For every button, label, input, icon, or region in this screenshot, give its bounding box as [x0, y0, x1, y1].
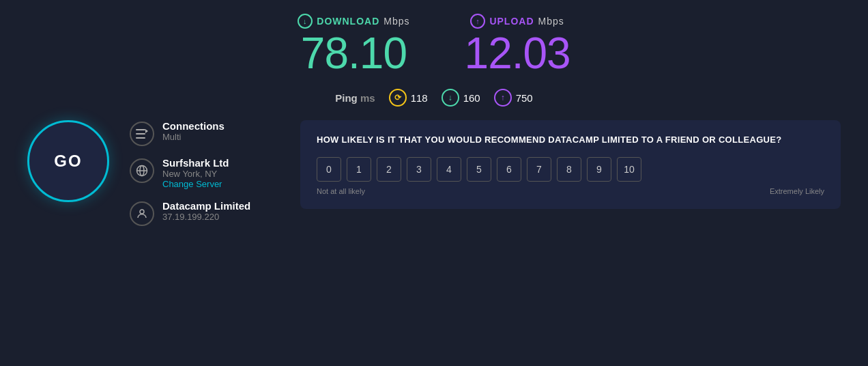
survey-number-6[interactable]: 6 — [497, 157, 521, 182]
isp-row: Surfshark Ltd New York, NY Change Server — [130, 157, 266, 189]
connections-details: Connections Multi — [162, 120, 225, 142]
ping-download: ↓ 160 — [442, 89, 480, 107]
survey-label-left: Not at all likely — [317, 187, 365, 195]
svg-point-7 — [140, 210, 144, 214]
bottom-area: GO Connections Multi — [27, 120, 841, 226]
ping-label: Ping ms — [335, 92, 375, 104]
connections-row: Connections Multi — [130, 120, 266, 146]
survey-number-3[interactable]: 3 — [407, 157, 431, 182]
go-button-wrapper: GO — [27, 120, 109, 202]
host-icon — [130, 201, 154, 226]
download-metric: ↓ DOWNLOAD Mbps 78.10 — [298, 14, 409, 75]
change-server-link[interactable]: Change Server — [162, 179, 229, 189]
ping-upload-icon: ↑ — [494, 89, 512, 107]
host-row: Datacamp Limited 37.19.199.220 — [130, 200, 266, 226]
svg-marker-3 — [145, 129, 148, 133]
upload-arrow-icon: ↑ — [470, 14, 485, 29]
survey-number-0[interactable]: 0 — [317, 157, 341, 182]
host-name: Datacamp Limited — [162, 200, 250, 212]
ping-row: Ping ms ⟳ 118 ↓ 160 ↑ 750 — [27, 89, 841, 107]
download-label: ↓ DOWNLOAD Mbps — [298, 14, 409, 29]
ping-download-icon: ↓ — [442, 89, 459, 107]
ping-upload: ↑ 750 — [494, 89, 533, 107]
survey-numbers: 012345678910 — [317, 157, 824, 182]
survey-number-7[interactable]: 7 — [527, 157, 551, 182]
download-text: DOWNLOAD — [317, 16, 379, 27]
survey-panel: HOW LIKELY IS IT THAT YOU WOULD RECOMMEN… — [300, 120, 841, 209]
survey-number-2[interactable]: 2 — [377, 157, 401, 182]
survey-number-4[interactable]: 4 — [437, 157, 461, 182]
server-info: Connections Multi Surfshark Ltd New York… — [130, 120, 266, 226]
survey-labels: Not at all likely Extremely Likely — [317, 187, 824, 195]
connections-value: Multi — [162, 132, 225, 142]
survey-number-5[interactable]: 5 — [467, 157, 491, 182]
go-button[interactable]: GO — [27, 120, 109, 202]
ping-download-value: 160 — [463, 92, 480, 104]
jitter-value: 118 — [411, 92, 428, 104]
connections-icon — [130, 122, 154, 146]
survey-number-8[interactable]: 8 — [557, 157, 581, 182]
svg-rect-0 — [136, 129, 145, 130]
isp-name: Surfshark Ltd — [162, 157, 229, 169]
upload-unit: Mbps — [538, 16, 564, 27]
upload-text: UPLOAD — [489, 16, 534, 27]
survey-number-9[interactable]: 9 — [587, 157, 611, 182]
survey-number-1[interactable]: 1 — [347, 157, 371, 182]
survey-label-right: Extremely Likely — [770, 187, 824, 195]
jitter-icon: ⟳ — [389, 89, 407, 107]
isp-icon — [130, 158, 154, 183]
ping-jitter: ⟳ 118 — [389, 89, 428, 107]
top-metrics: ↓ DOWNLOAD Mbps 78.10 ↑ UPLOAD Mbps 12.0… — [27, 14, 841, 75]
svg-rect-1 — [136, 133, 145, 135]
download-value: 78.10 — [301, 31, 407, 75]
ping-upload-value: 750 — [516, 92, 533, 104]
survey-number-10[interactable]: 10 — [617, 157, 641, 182]
upload-value: 12.03 — [465, 31, 570, 75]
upload-metric: ↑ UPLOAD Mbps 12.03 — [465, 14, 570, 75]
survey-question: HOW LIKELY IS IT THAT YOU WOULD RECOMMEN… — [317, 134, 824, 146]
svg-rect-2 — [136, 137, 145, 139]
download-arrow-icon: ↓ — [298, 14, 313, 29]
download-unit: Mbps — [384, 16, 409, 27]
isp-location: New York, NY — [162, 169, 229, 179]
connections-label: Connections — [162, 120, 225, 132]
main-container: ↓ DOWNLOAD Mbps 78.10 ↑ UPLOAD Mbps 12.0… — [0, 0, 868, 366]
isp-details: Surfshark Ltd New York, NY Change Server — [162, 157, 229, 189]
host-details: Datacamp Limited 37.19.199.220 — [162, 200, 250, 222]
upload-label: ↑ UPLOAD Mbps — [470, 14, 564, 29]
host-ip: 37.19.199.220 — [162, 212, 250, 222]
